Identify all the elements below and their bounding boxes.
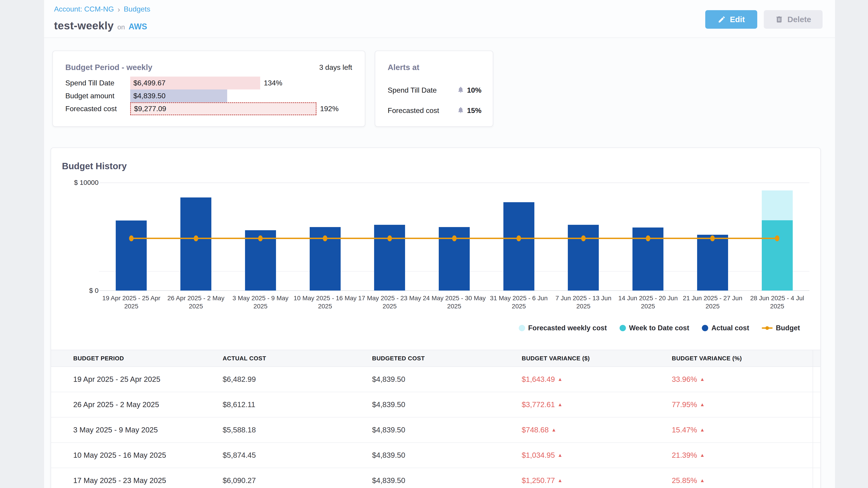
budget-period-row-value: $4,839.50 — [130, 92, 165, 100]
budget-line-point — [775, 235, 779, 241]
up-triangle-icon: ▲ — [700, 377, 705, 382]
x-axis-label: 24 May 2025 - 30 May 2025 — [421, 294, 488, 311]
alert-row: Forecasted cost15% — [388, 100, 482, 121]
cell-budgeted-cost: $4,839.50 — [372, 400, 522, 409]
breadcrumb-account-link[interactable]: Account: CCM-NG — [54, 5, 114, 13]
cell-budget-variance-pct: 33.96%▲ — [672, 375, 820, 384]
pencil-icon — [718, 15, 726, 24]
legend-label: Actual cost — [711, 324, 749, 332]
alert-row: Spend Till Date10% — [388, 80, 482, 100]
x-axis-label: 31 May 2025 - 6 Jun 2025 — [485, 294, 553, 311]
up-triangle-icon: ▲ — [700, 427, 705, 432]
up-triangle-icon: ▲ — [558, 453, 563, 458]
budget-period-row-bar: $9,277.09 — [130, 102, 316, 115]
cell-budgeted-cost: $4,839.50 — [372, 451, 522, 459]
budget-line-legend-icon — [762, 325, 773, 331]
budget-period-row: Budget amount$4,839.50 — [65, 90, 358, 102]
cell-budget-period: 3 May 2025 - 9 May 2025 — [73, 426, 223, 434]
legend-label: Forecasted weekly cost — [528, 324, 607, 332]
budget-line-point — [194, 235, 198, 241]
legend-item-week-to-date-cost[interactable]: Week to Date cost — [620, 324, 689, 332]
cell-budget-variance-pct: 25.85%▲ — [672, 476, 820, 485]
actual-cost-bar[interactable] — [503, 202, 534, 291]
cell-actual-cost: $6,482.99 — [223, 375, 372, 384]
provider-label: AWS — [129, 22, 147, 31]
table-right-divider — [813, 350, 813, 488]
variance-value: $748.68 — [522, 426, 549, 434]
table-row: 10 May 2025 - 16 May 2025$5,874.45$4,839… — [51, 443, 820, 468]
legend-label: Budget — [776, 324, 800, 332]
variance-value: 77.95% — [672, 400, 697, 409]
variance-value: $3,772.61 — [522, 400, 555, 409]
x-axis-label: 19 Apr 2025 - 25 Apr 2025 — [97, 294, 165, 311]
cell-budget-variance-usd: $1,034.95▲ — [522, 451, 672, 459]
variance-value: 21.39% — [672, 451, 697, 459]
breadcrumb-budgets-link[interactable]: Budgets — [124, 5, 150, 13]
trash-icon — [775, 15, 783, 24]
actual-cost-bar[interactable] — [697, 235, 728, 291]
budget-period-row-bar: $4,839.50 — [130, 90, 227, 102]
y-tick-10000: $ 10000 — [58, 179, 98, 186]
y-tick-0: $ 0 — [58, 287, 98, 294]
budget-period-row-percent: 192% — [320, 105, 339, 113]
budget-period-row-label: Spend Till Date — [65, 79, 130, 87]
legend-dot-icon — [620, 325, 626, 331]
days-left-label: 3 days left — [319, 63, 352, 72]
cell-actual-cost: $8,612.11 — [223, 400, 372, 409]
x-axis-label: 21 Jun 2025 - 27 Jun 2025 — [679, 294, 746, 311]
alert-threshold: 15% — [457, 106, 482, 115]
week-to-date-cost-bar[interactable] — [762, 220, 793, 291]
table-column-header: ACTUAL COST — [223, 355, 372, 362]
delete-button-label: Delete — [787, 15, 811, 24]
page: Account: CCM-NG › Budgets test-weekly on… — [0, 0, 868, 488]
up-triangle-icon: ▲ — [700, 478, 705, 483]
budget-line-point — [517, 235, 521, 241]
variance-value: $1,250.77 — [522, 476, 555, 485]
budget-period-row-value: $6,499.67 — [130, 79, 165, 87]
cell-budgeted-cost: $4,839.50 — [372, 476, 522, 485]
table-column-header: BUDGET VARIANCE (%) — [672, 355, 820, 362]
actual-cost-bar[interactable] — [374, 225, 405, 291]
up-triangle-icon: ▲ — [558, 402, 563, 407]
legend-item-actual-cost[interactable]: Actual cost — [702, 324, 749, 332]
legend-item-budget[interactable]: Budget — [762, 324, 800, 332]
budget-line-point — [323, 235, 327, 241]
variance-value: $1,643.49 — [522, 375, 555, 384]
x-axis-label: 3 May 2025 - 9 May 2025 — [226, 294, 294, 311]
budget-line-point — [129, 235, 133, 241]
actual-cost-bar[interactable] — [116, 221, 147, 291]
cell-actual-cost: $5,588.18 — [223, 426, 372, 434]
bell-icon — [457, 106, 464, 115]
table-body: 19 Apr 2025 - 25 Apr 2025$6,482.99$4,839… — [51, 367, 820, 488]
actual-cost-bar[interactable] — [568, 225, 599, 291]
alert-threshold-value: 10% — [467, 86, 482, 94]
up-triangle-icon: ▲ — [700, 402, 705, 407]
bell-icon — [457, 86, 464, 94]
budget-line-point — [388, 235, 392, 241]
budget-history-table: BUDGET PERIODACTUAL COSTBUDGETED COSTBUD… — [51, 350, 820, 488]
on-label: on — [117, 23, 125, 31]
edit-button[interactable]: Edit — [705, 10, 757, 29]
delete-button[interactable]: Delete — [764, 10, 823, 29]
actual-cost-bar[interactable] — [180, 197, 211, 291]
x-axis-label: 7 Jun 2025 - 13 Jun 2025 — [550, 294, 617, 311]
up-triangle-icon: ▲ — [558, 377, 563, 382]
x-axis-label: 28 Jun 2025 - 4 Jul 2025 — [743, 294, 811, 311]
legend-dot-icon — [702, 325, 708, 331]
table-row: 17 May 2025 - 23 May 2025$6,090.27$4,839… — [51, 468, 820, 488]
budget-line-point — [581, 235, 586, 241]
table-column-header: BUDGET VARIANCE ($) — [522, 355, 672, 362]
cell-actual-cost: $5,874.45 — [223, 451, 372, 459]
cell-budget-variance-pct: 21.39%▲ — [672, 451, 820, 459]
table-column-header: BUDGETED COST — [372, 355, 522, 362]
budget-period-row-bar: $6,499.67 — [130, 76, 260, 90]
budget-history-card: Budget History $ 10000 $ 0 19 Apr 2025 -… — [51, 148, 821, 488]
alert-row-label: Forecasted cost — [388, 106, 439, 115]
breadcrumb: Account: CCM-NG › Budgets — [54, 5, 150, 13]
title-row: test-weekly on AWS — [54, 20, 147, 32]
table-header-row: BUDGET PERIODACTUAL COSTBUDGETED COSTBUD… — [51, 350, 820, 367]
up-triangle-icon: ▲ — [558, 478, 563, 483]
budget-period-row-percent: 134% — [264, 79, 282, 87]
alerts-card: Alerts at Spend Till Date10%Forecasted c… — [375, 51, 493, 127]
legend-item-forecasted-weekly-cost[interactable]: Forecasted weekly cost — [519, 324, 607, 332]
